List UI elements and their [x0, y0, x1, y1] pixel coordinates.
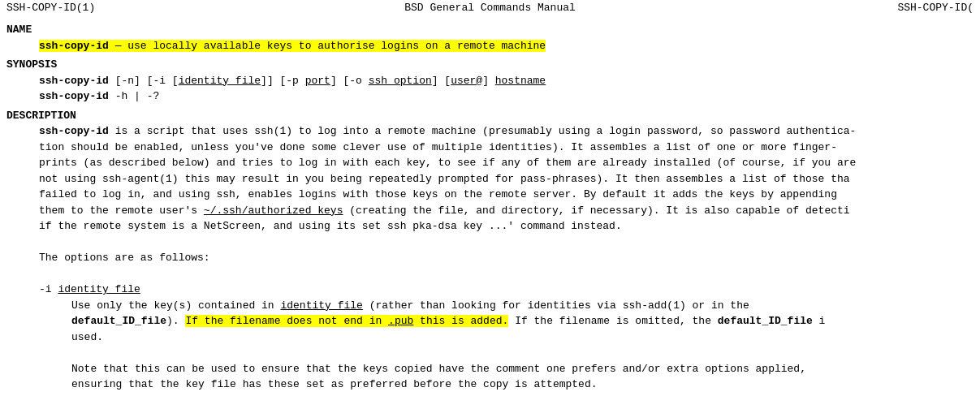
option-i-header: -i identity_file — [6, 282, 974, 298]
header-title-right: SSH-COPY-ID( — [897, 2, 974, 14]
header-right: SSH-COPY-ID( — [651, 2, 974, 14]
option-i-desc1: Use only the key(s) contained in identit… — [6, 298, 974, 346]
name-command: ssh-copy-id — [39, 40, 109, 52]
synopsis-section: SYNOPSIS ssh-copy-id [-n] [-i [identity_… — [6, 57, 974, 105]
description-para2: The options are as follows: — [6, 250, 974, 266]
synopsis-line1: ssh-copy-id [-n] [-i [identity_file]] [-… — [6, 73, 974, 89]
description-para1: ssh-copy-id is a script that uses ssh(1)… — [6, 123, 974, 235]
name-title: NAME — [6, 22, 974, 38]
header-title-center: BSD General Commands Manual — [404, 2, 576, 14]
header-center: BSD General Commands Manual — [329, 2, 651, 14]
name-section: NAME ssh-copy-id — use locally available… — [6, 22, 974, 54]
header-title-left: SSH-COPY-ID(1) — [6, 2, 95, 14]
description-title: DESCRIPTION — [6, 108, 974, 124]
manual-content: NAME ssh-copy-id — use locally available… — [0, 15, 980, 396]
synopsis-title: SYNOPSIS — [6, 57, 974, 73]
page-container: SSH-COPY-ID(1) BSD General Commands Manu… — [0, 0, 980, 409]
name-description: — use locally available keys to authoris… — [109, 40, 546, 52]
option-i-note: Note that this can be used to ensure tha… — [6, 361, 974, 393]
name-content: ssh-copy-id — use locally available keys… — [6, 38, 974, 54]
description-section: DESCRIPTION ssh-copy-id is a script that… — [6, 108, 974, 393]
header-left: SSH-COPY-ID(1) — [6, 2, 329, 14]
synopsis-line2: ssh-copy-id -h | -? — [6, 88, 974, 105]
header-bar: SSH-COPY-ID(1) BSD General Commands Manu… — [0, 0, 980, 15]
